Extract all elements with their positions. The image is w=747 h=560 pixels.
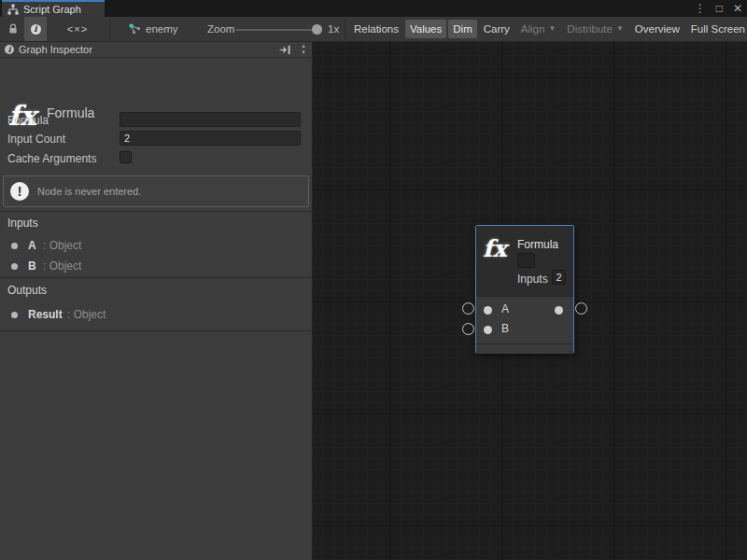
scroll-spinner[interactable]: ▲ ▼: [301, 43, 306, 56]
input-count-input[interactable]: [120, 131, 301, 146]
breadcrumb-label: enemy: [146, 23, 178, 35]
cache-arguments-field-row: Cache Arguments: [0, 150, 312, 167]
formula-field-label: Formula: [7, 114, 49, 127]
cache-arguments-label: Cache Arguments: [7, 152, 96, 165]
input-count-label: Input Count: [7, 133, 65, 146]
output-port-icon[interactable]: [555, 306, 563, 315]
outer-input-port-b-icon[interactable]: [462, 323, 474, 335]
toolbar: i <×> enemy Zoom 1x Relations Values Dim…: [0, 17, 747, 42]
outer-input-port-a-icon[interactable]: [462, 302, 474, 315]
maximize-icon[interactable]: □: [716, 3, 723, 14]
overview-button[interactable]: Overview: [630, 20, 684, 38]
port-dot-icon: [11, 312, 18, 318]
full-screen-button[interactable]: Full Screen: [686, 20, 747, 38]
port-dot-icon: [11, 243, 18, 249]
zoom-label: Zoom: [207, 17, 234, 41]
titlebar: Script Graph ⋮ □ ✕: [0, 0, 747, 17]
distribute-dropdown[interactable]: Distribute ▼: [562, 20, 628, 38]
chevron-down-icon: ▼: [616, 25, 624, 33]
input-port-row: A : Object: [0, 239, 312, 254]
warning-text: Node is never entered.: [37, 186, 141, 197]
node-port-row-b: B: [476, 321, 573, 338]
inspector-header: i Graph Inspector ▲ ▼: [0, 42, 312, 58]
window-controls: ⋮ □ ✕: [695, 0, 742, 17]
code-view-button[interactable]: <×>: [63, 17, 92, 41]
node-title: Formula: [517, 238, 558, 251]
outputs-section-title: Outputs: [7, 284, 47, 297]
window-menu-icon[interactable]: ⋮: [695, 3, 706, 14]
dim-button[interactable]: Dim: [448, 20, 476, 38]
script-graph-icon: [7, 4, 19, 15]
inputs-section-title: Inputs: [7, 217, 38, 230]
graph-link-icon: [129, 23, 141, 35]
input-port-icon[interactable]: [484, 306, 492, 315]
node-inputs-label: Inputs: [517, 273, 548, 286]
input-count-field-row: Input Count: [0, 131, 312, 147]
node-formula-field[interactable]: [517, 253, 535, 268]
formula-node-header: fx Formula Inputs 2: [476, 226, 573, 296]
section-divider: [0, 211, 312, 212]
node-inputs-count-field[interactable]: 2: [552, 270, 566, 285]
dock-panel-icon[interactable]: [279, 45, 291, 55]
cache-arguments-checkbox[interactable]: [120, 151, 132, 163]
lock-button[interactable]: [2, 17, 24, 41]
spinner-down-icon[interactable]: ▼: [301, 49, 306, 56]
carry-button[interactable]: Carry: [479, 20, 514, 38]
info-icon: i: [5, 45, 14, 54]
align-dropdown[interactable]: Align ▼: [516, 20, 561, 38]
lock-icon: [7, 23, 19, 35]
formula-node[interactable]: fx Formula Inputs 2 A B: [475, 225, 574, 354]
zoom-slider-track[interactable]: [235, 29, 322, 31]
toolbar-buttons: Relations Values Dim Carry Align ▼ Distr…: [349, 17, 747, 41]
toolbar-separator: [345, 19, 345, 39]
fx-icon: fx: [483, 237, 507, 260]
code-icon: <×>: [67, 23, 88, 35]
info-icon: i: [31, 24, 41, 35]
input-port-row: B : Object: [0, 259, 312, 274]
port-dot-icon: [11, 263, 18, 270]
tab-label: Script Graph: [23, 4, 81, 15]
input-port-icon[interactable]: [484, 326, 492, 334]
warning-box: ! Node is never entered.: [3, 175, 309, 207]
breadcrumb[interactable]: enemy: [129, 17, 178, 41]
outer-output-port-icon[interactable]: [575, 302, 587, 315]
zoom-slider-handle[interactable]: [312, 24, 322, 35]
inspector-toggle-button[interactable]: i: [24, 17, 47, 41]
spinner-up-icon[interactable]: ▲: [301, 43, 306, 49]
chevron-down-icon: ▼: [548, 25, 556, 33]
inspector-title: Graph Inspector: [19, 44, 92, 55]
output-port-row: Result : Object: [0, 308, 312, 323]
formula-node-footer: [476, 343, 573, 354]
values-button[interactable]: Values: [405, 20, 446, 38]
formula-field-row: Formula: [0, 112, 312, 129]
formula-input[interactable]: [120, 112, 301, 127]
tab-script-graph[interactable]: Script Graph: [2, 0, 105, 17]
zoom-value: 1x: [328, 17, 339, 41]
graph-canvas[interactable]: fx Formula Inputs 2 A B: [314, 42, 747, 560]
close-icon[interactable]: ✕: [733, 3, 742, 14]
formula-node-body: A B: [476, 296, 573, 343]
graph-inspector-panel: i Graph Inspector ▲ ▼ fx Formula Formula…: [0, 42, 313, 560]
warning-icon: !: [10, 182, 29, 201]
section-divider: [0, 330, 312, 331]
toolbar-separator: [109, 19, 110, 39]
section-divider: [0, 277, 312, 278]
relations-button[interactable]: Relations: [349, 20, 403, 38]
